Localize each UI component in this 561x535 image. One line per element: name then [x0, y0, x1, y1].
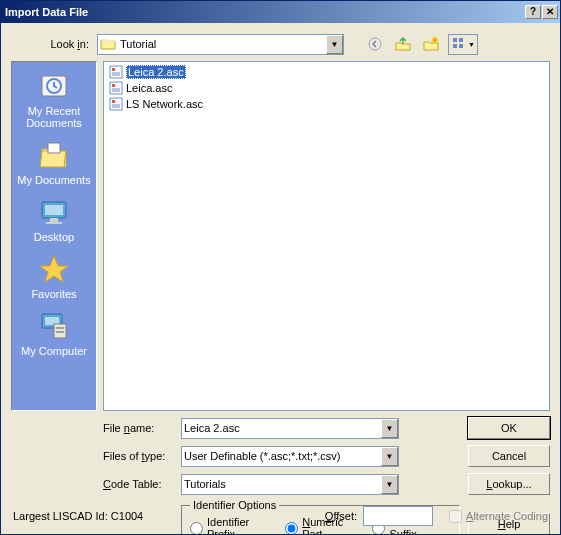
lookin-dropdown[interactable]: Tutorial ▼ — [97, 34, 344, 55]
file-name: Leica.asc — [126, 82, 172, 94]
offset-input[interactable] — [363, 506, 433, 526]
svg-rect-19 — [112, 68, 115, 71]
svg-point-0 — [369, 38, 381, 50]
svg-rect-2 — [453, 38, 457, 42]
codetable-label: Code Table: — [103, 478, 181, 490]
codetable-dropdown[interactable]: Tutorials ▼ — [181, 474, 399, 495]
sidebar-item-label: My Recent Documents — [14, 105, 94, 129]
chevron-down-icon: ▼ — [468, 41, 475, 48]
svg-rect-8 — [48, 143, 60, 153]
chevron-down-icon[interactable]: ▼ — [381, 419, 398, 438]
svg-rect-17 — [56, 331, 64, 333]
filetype-label: Files of type: — [103, 450, 181, 462]
file-item[interactable]: Leica.asc — [106, 80, 547, 96]
lookin-value: Tutorial — [120, 38, 326, 50]
sidebar-item-label: Favorites — [14, 288, 94, 300]
svg-rect-3 — [459, 38, 463, 42]
sidebar-favorites[interactable]: Favorites — [14, 253, 94, 300]
sidebar-item-label: My Documents — [14, 174, 94, 186]
computer-icon — [38, 310, 70, 342]
checkbox-label: Alternate Coding — [466, 510, 548, 522]
filename-input[interactable]: Leica 2.asc ▼ — [181, 418, 399, 439]
svg-rect-12 — [46, 222, 62, 224]
filename-value: Leica 2.asc — [184, 422, 381, 434]
sidebar-recent[interactable]: My Recent Documents — [14, 70, 94, 129]
lookin-label: Look in: — [11, 38, 89, 50]
new-folder-button[interactable] — [420, 33, 442, 55]
ok-button[interactable]: OK — [468, 417, 550, 439]
places-bar: My Recent Documents My Documents Desktop… — [11, 61, 97, 411]
filetype-dropdown[interactable]: User Definable (*.asc;*.txt;*.csv) ▼ — [181, 446, 399, 467]
chevron-down-icon[interactable]: ▼ — [326, 35, 343, 54]
cancel-button[interactable]: Cancel — [468, 445, 550, 467]
filetype-value: User Definable (*.asc;*.txt;*.csv) — [184, 450, 381, 462]
svg-rect-4 — [453, 44, 457, 48]
file-item[interactable]: LS Network.asc — [106, 96, 547, 112]
svg-rect-11 — [50, 218, 58, 222]
recent-icon — [38, 70, 70, 102]
file-icon — [108, 80, 124, 96]
offset-label: Offset: — [325, 510, 357, 522]
dialog-content: Look in: Tutorial ▼ ▼ — [1, 23, 560, 534]
file-item[interactable]: Leica 2.asc — [106, 64, 547, 80]
sidebar-item-label: Desktop — [14, 231, 94, 243]
folder-icon — [100, 36, 116, 52]
svg-rect-21 — [112, 84, 115, 87]
titlebar: Import Data File ? ✕ — [1, 1, 560, 23]
sidebar-computer[interactable]: My Computer — [14, 310, 94, 357]
sidebar-desktop[interactable]: Desktop — [14, 196, 94, 243]
close-button[interactable]: ✕ — [542, 5, 558, 19]
chevron-down-icon[interactable]: ▼ — [381, 447, 398, 466]
back-button[interactable] — [364, 33, 386, 55]
sidebar-item-label: My Computer — [14, 345, 94, 357]
svg-rect-20 — [110, 82, 122, 94]
up-button[interactable] — [392, 33, 414, 55]
file-icon — [108, 96, 124, 112]
favorites-icon — [38, 253, 70, 285]
desktop-icon — [38, 196, 70, 228]
chevron-down-icon[interactable]: ▼ — [381, 475, 398, 494]
filename-label: File name: — [103, 422, 181, 434]
file-icon — [108, 64, 124, 80]
help-button[interactable]: ? — [525, 5, 541, 19]
view-menu-button[interactable]: ▼ — [448, 34, 478, 55]
codetable-value: Tutorials — [184, 478, 381, 490]
svg-rect-16 — [56, 327, 64, 329]
documents-icon — [38, 139, 70, 171]
sidebar-documents[interactable]: My Documents — [14, 139, 94, 186]
file-list[interactable]: Leica 2.asc Leica.asc LS Network.asc — [103, 61, 550, 411]
largest-id-label: Largest LISCAD Id: C1004 — [13, 510, 143, 522]
svg-rect-10 — [45, 205, 63, 215]
svg-rect-23 — [112, 100, 115, 103]
svg-rect-22 — [110, 98, 122, 110]
window-title: Import Data File — [5, 6, 525, 18]
svg-rect-5 — [459, 44, 463, 48]
file-name: LS Network.asc — [126, 98, 203, 110]
svg-rect-18 — [110, 66, 122, 78]
file-name: Leica 2.asc — [126, 65, 186, 79]
lookup-button[interactable]: Lookup... — [468, 473, 550, 495]
alternate-coding-checkbox: Alternate Coding — [449, 510, 548, 523]
